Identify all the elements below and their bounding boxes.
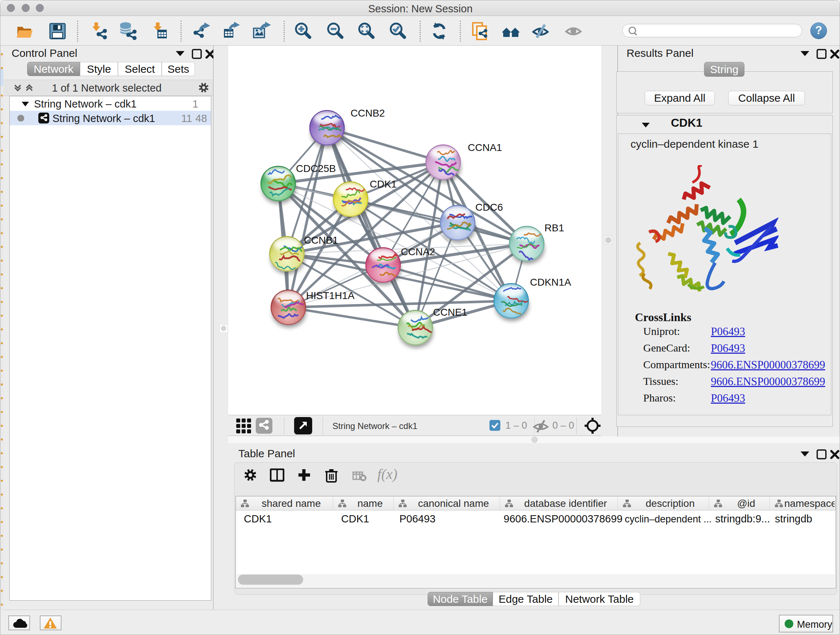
- svg-text:CCNE1: CCNE1: [433, 307, 467, 318]
- svg-text:CCNA1: CCNA1: [468, 142, 502, 153]
- svg-text:CCNB1: CCNB1: [304, 234, 338, 246]
- svg-text:CDK1: CDK1: [370, 179, 397, 190]
- svg-text:CDKN1A: CDKN1A: [530, 277, 571, 288]
- svg-text:CCNA2: CCNA2: [401, 246, 435, 257]
- svg-text:CCNB2: CCNB2: [351, 108, 385, 119]
- svg-text:RB1: RB1: [545, 222, 564, 233]
- svg-text:HIST1H1A: HIST1H1A: [306, 290, 355, 301]
- svg-text:CDC6: CDC6: [475, 202, 503, 213]
- svg-text:CDC25B: CDC25B: [296, 163, 336, 174]
